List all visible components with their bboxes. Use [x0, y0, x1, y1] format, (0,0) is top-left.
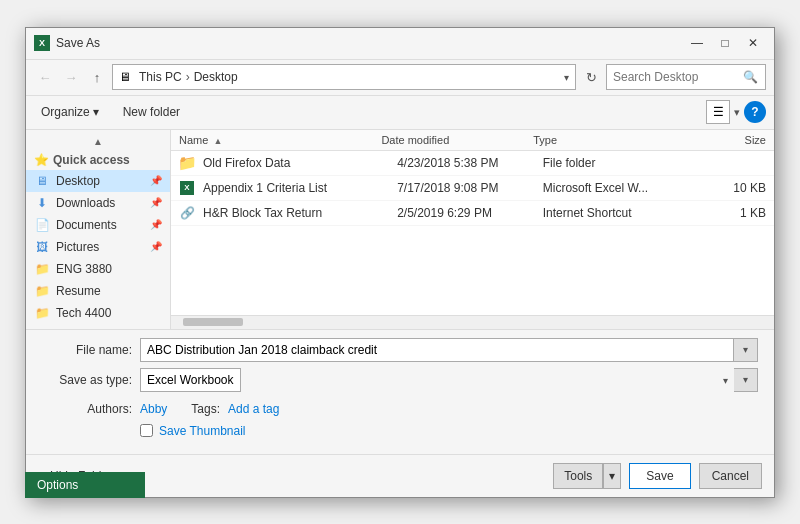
file-type: File folder [543, 156, 689, 170]
tools-dropdown-button[interactable]: ▾ [603, 463, 621, 489]
thumbnail-label[interactable]: Save Thumbnail [159, 424, 246, 438]
breadcrumb-pc: This PC [139, 70, 182, 84]
col-header-size: Size [685, 134, 766, 146]
quick-access-group: ⭐ Quick access [26, 150, 170, 170]
sidebar-item-downloads[interactable]: ⬇ Downloads 📌 [26, 192, 170, 214]
file-list-header: Name ▲ Date modified Type Size [171, 130, 774, 151]
star-icon: ⭐ [34, 153, 49, 167]
view-button[interactable]: ☰ [706, 100, 730, 124]
sidebar-item-eng3880[interactable]: 📁 ENG 3880 [26, 258, 170, 280]
file-name: Old Firefox Data [203, 156, 397, 170]
file-list: Name ▲ Date modified Type Size 📁 Old Fir… [171, 130, 774, 315]
documents-icon: 📄 [34, 217, 50, 233]
pin-icon-3: 📌 [150, 219, 162, 230]
toolbar-right: ☰ ▾ ? [706, 100, 766, 124]
file-toolbar: Organize ▾ New folder ☰ ▾ ? [26, 96, 774, 130]
save-button[interactable]: Save [629, 463, 690, 489]
save-type-dropdown-button[interactable]: ▾ [734, 368, 758, 392]
table-row[interactable]: 📁 Old Firefox Data 4/23/2018 5:38 PM Fil… [171, 151, 774, 176]
tags-value[interactable]: Add a tag [228, 402, 279, 416]
help-button[interactable]: ? [744, 101, 766, 123]
table-row[interactable]: X Appendix 1 Criteria List 7/17/2018 9:0… [171, 176, 774, 201]
up-button[interactable]: ↑ [86, 66, 108, 88]
search-box: 🔍 [606, 64, 766, 90]
file-name-dropdown-button[interactable]: ▾ [734, 338, 758, 362]
sidebar-item-resume[interactable]: 📁 Resume [26, 280, 170, 302]
authors-value[interactable]: Abby [140, 402, 167, 416]
breadcrumb-location: Desktop [194, 70, 238, 84]
refresh-button[interactable]: ↻ [580, 66, 602, 88]
pictures-icon: 🖼 [34, 239, 50, 255]
folder-file-icon: 📁 [179, 155, 195, 171]
pin-icon-2: 📌 [150, 197, 162, 208]
excel-file-icon: X [179, 180, 195, 196]
sidebar-item-desktop[interactable]: 🖥 Desktop 📌 [26, 170, 170, 192]
folder-icon-4: 📁 [34, 327, 50, 329]
address-bar: ← → ↑ 🖥 This PC › Desktop ▾ ↻ 🔍 [26, 60, 774, 96]
excel-icon: X [34, 35, 50, 51]
sidebar-item-troywork[interactable]: 📁 Troy Work... [26, 324, 170, 329]
file-date: 2/5/2019 6:29 PM [397, 206, 543, 220]
organize-chevron-icon: ▾ [93, 105, 99, 119]
form-area: File name: ▾ Save as type: Excel Workboo… [26, 330, 774, 454]
sidebar-item-documents[interactable]: 📄 Documents 📌 [26, 214, 170, 236]
file-size: 10 KB [688, 181, 766, 195]
cancel-button[interactable]: Cancel [699, 463, 762, 489]
sort-icon: ▲ [213, 136, 222, 146]
col-header-name: Name ▲ [179, 134, 381, 146]
desktop-icon: 🖥 [34, 173, 50, 189]
save-type-row: Save as type: Excel Workbook ▾ ▾ [42, 368, 758, 392]
tools-button-group: Tools ▾ [553, 463, 621, 489]
file-name-row: File name: ▾ [42, 338, 758, 362]
folder-icon-3: 📁 [34, 305, 50, 321]
horizontal-scroll-thumb[interactable] [183, 318, 243, 326]
title-bar: X Save As — □ ✕ [26, 28, 774, 60]
shortcut-file-icon: 🔗 [179, 205, 195, 221]
sidebar-item-tech4400[interactable]: 📁 Tech 4400 [26, 302, 170, 324]
file-date: 7/17/2018 9:08 PM [397, 181, 543, 195]
window-controls: — □ ✕ [684, 33, 766, 53]
save-type-select-wrapper: Excel Workbook ▾ [140, 368, 734, 392]
file-name-label: File name: [42, 343, 132, 357]
forward-button[interactable]: → [60, 66, 82, 88]
folder-icon-1: 📁 [34, 261, 50, 277]
table-row[interactable]: 🔗 H&R Block Tax Return 2/5/2019 6:29 PM … [171, 201, 774, 226]
authors-label: Authors: [42, 402, 132, 416]
search-input[interactable] [613, 70, 743, 84]
downloads-icon: ⬇ [34, 195, 50, 211]
options-button[interactable]: Options [25, 472, 145, 498]
file-size: 1 KB [688, 206, 766, 220]
sidebar-item-pictures[interactable]: 🖼 Pictures 📌 [26, 236, 170, 258]
folder-icon-2: 📁 [34, 283, 50, 299]
file-list-area: Name ▲ Date modified Type Size 📁 Old Fir… [171, 130, 774, 329]
breadcrumb-separator: › [186, 70, 190, 84]
search-icon: 🔍 [743, 70, 758, 84]
col-header-type: Type [533, 134, 685, 146]
new-folder-button[interactable]: New folder [114, 102, 189, 122]
meta-row: Authors: Abby Tags: Add a tag [42, 398, 758, 420]
file-name: H&R Block Tax Return [203, 206, 397, 220]
breadcrumb[interactable]: 🖥 This PC › Desktop ▾ [112, 64, 576, 90]
sidebar-scroll-up[interactable]: ▲ [26, 134, 170, 150]
thumbnail-row: Save Thumbnail [50, 420, 758, 446]
minimize-button[interactable]: — [684, 33, 710, 53]
tags-label: Tags: [191, 402, 220, 416]
tools-button[interactable]: Tools [553, 463, 603, 489]
main-area: ▲ ⭐ Quick access 🖥 Desktop 📌 ⬇ Downloads… [26, 130, 774, 330]
back-button[interactable]: ← [34, 66, 56, 88]
save-as-dialog: X Save As — □ ✕ ← → ↑ 🖥 This PC › Deskto… [25, 27, 775, 498]
file-type: Internet Shortcut [543, 206, 689, 220]
maximize-button[interactable]: □ [712, 33, 738, 53]
horizontal-scrollbar[interactable] [171, 315, 774, 329]
file-name-input[interactable] [140, 338, 734, 362]
close-button[interactable]: ✕ [740, 33, 766, 53]
file-type: Microsoft Excel W... [543, 181, 689, 195]
organize-button[interactable]: Organize ▾ [34, 102, 106, 122]
breadcrumb-chevron-icon: ▾ [564, 72, 569, 83]
save-type-select[interactable]: Excel Workbook [140, 368, 241, 392]
action-buttons: Tools ▾ Save Cancel [553, 463, 762, 489]
thumbnail-checkbox[interactable] [140, 424, 153, 437]
file-name: Appendix 1 Criteria List [203, 181, 397, 195]
pin-icon-4: 📌 [150, 241, 162, 252]
save-type-label: Save as type: [42, 373, 132, 387]
